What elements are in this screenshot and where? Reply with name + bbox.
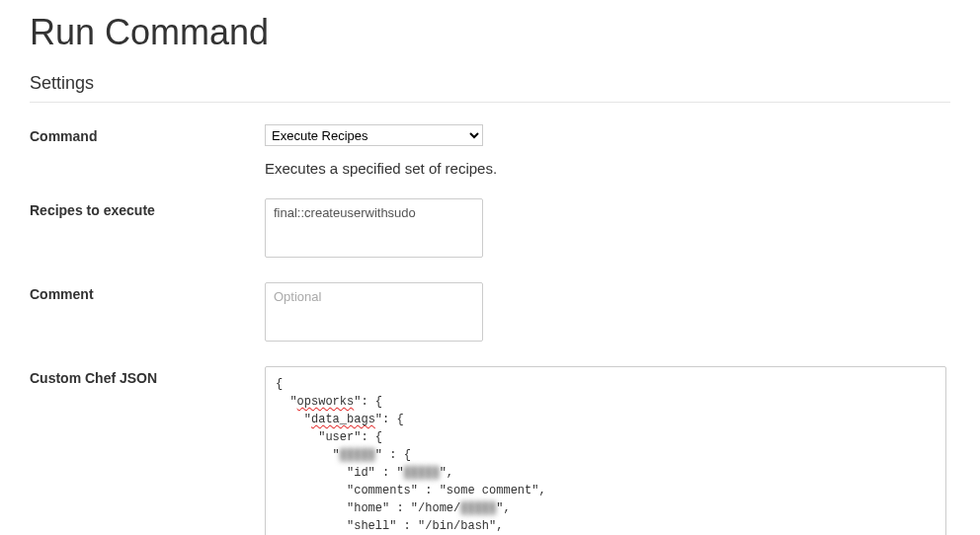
command-label: Command [30,124,265,144]
custom-json-label: Custom Chef JSON [30,366,265,386]
custom-json-row: Custom Chef JSON { "opsworks": { "data_b… [30,366,950,535]
comment-input[interactable] [265,282,483,342]
settings-heading: Settings [30,73,950,103]
comment-row: Comment [30,282,950,344]
recipes-input[interactable]: final::createuserwithsudo [265,198,483,258]
custom-json-input[interactable]: { "opsworks": { "data_bags": { "user": {… [265,366,946,535]
page-title: Run Command [30,12,950,53]
command-row: Command Execute Recipes Executes a speci… [30,124,950,177]
comment-label: Comment [30,282,265,302]
command-select[interactable]: Execute Recipes [265,124,483,146]
recipes-label: Recipes to execute [30,198,265,218]
command-help-text: Executes a specified set of recipes. [265,160,950,177]
recipes-row: Recipes to execute final::createuserwith… [30,198,950,261]
